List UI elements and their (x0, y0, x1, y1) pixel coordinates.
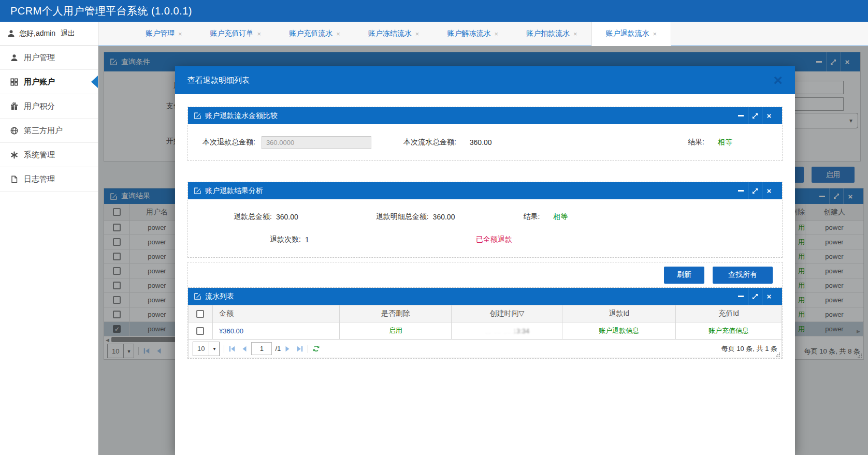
compare-panel-body: 本次退款总金额: 360.0000 本次流水总金额: 360.00 结果: 相等 (188, 124, 782, 160)
find-all-button[interactable]: 查找所有 (713, 267, 773, 284)
analysis-panel-header: 账户退款结果分析 × (188, 182, 782, 199)
tab-2[interactable]: 账户充值订单× (196, 22, 276, 46)
tab-close-icon[interactable]: × (178, 30, 182, 38)
minimize-icon[interactable] (734, 288, 748, 305)
modal-body: 账户退款流水金额比较 × 本次退款总金额: 360.0000 本次流水总金额: … (175, 94, 795, 359)
analysis-section: 账户退款结果分析 × 退款总金额: 360.00 退款明细总金额: 360.00… (187, 182, 783, 258)
sidebar-item-label: 系统管理 (24, 150, 55, 160)
tab-label: 账户充值流水 (289, 29, 332, 38)
compare-panel-title: 账户退款流水金额比较 (205, 111, 278, 121)
user-icon (9, 54, 19, 62)
user-row: 您好,admin 退出 (0, 22, 98, 46)
created-time-cell: 11-03 13:13:34 (452, 322, 562, 339)
resize-grip-icon[interactable] (775, 352, 780, 357)
compare-section: 账户退款流水金额比较 × 本次退款总金额: 360.0000 本次流水总金额: … (187, 107, 783, 161)
expand-icon[interactable] (748, 107, 762, 124)
modal-title: 查看退款明细列表 (187, 76, 250, 85)
minimize-icon[interactable] (734, 182, 748, 199)
tab-6[interactable]: 账户扣款流水× (512, 22, 591, 46)
tab-label: 账户退款流水 (606, 29, 649, 38)
refund-sum-label: 退款总金额: (234, 212, 272, 222)
tab-1[interactable]: 账户管理× (132, 22, 196, 46)
sidebar-item-4[interactable]: 第三方用户 (0, 119, 98, 143)
detail-sum-value: 360.00 (433, 213, 455, 221)
expand-icon[interactable] (748, 182, 762, 199)
flow-column-header-1: 金额 (213, 305, 340, 322)
tab-close-icon[interactable]: × (494, 30, 498, 38)
user-avatar-icon (7, 30, 15, 37)
sidebar-item-6[interactable]: 日志管理 (0, 167, 98, 192)
window-controls: × (734, 288, 776, 305)
asterisk-icon (9, 151, 19, 159)
expand-icon[interactable] (748, 288, 762, 305)
user-greeting: 您好,admin (19, 29, 55, 38)
header-checkbox-cell (189, 305, 213, 322)
sidebar-item-5[interactable]: 系统管理 (0, 143, 98, 167)
minimize-icon[interactable] (734, 107, 748, 124)
tab-close-icon[interactable]: × (653, 30, 657, 38)
first-page-icon[interactable] (228, 345, 236, 353)
refund-total-input[interactable]: 360.0000 (262, 136, 371, 149)
tab-label: 账户扣款流水 (526, 29, 570, 38)
refund-info-link[interactable]: 账户退款信息 (599, 326, 639, 335)
page-number-input[interactable] (251, 342, 272, 355)
modal-header: 查看退款明细列表 × (175, 66, 795, 94)
tab-close-icon[interactable]: × (573, 30, 577, 38)
tab-label: 账户管理 (146, 29, 175, 38)
flow-total-label: 本次流水总金额: (403, 138, 456, 147)
tab-label: 账户充值订单 (210, 29, 254, 38)
page-size-value: 10 (193, 345, 209, 353)
sidebar-item-3[interactable]: 用户积分 (0, 94, 98, 119)
flow-table: 金额是否删除创建时间▽退款Id充值Id ¥360.00 启用 11-03 13:… (188, 305, 782, 340)
tab-4[interactable]: 账户冻结流水× (354, 22, 433, 46)
page-size-select[interactable]: 10 ▾ (193, 342, 220, 356)
edit-icon (194, 187, 201, 194)
refresh-button[interactable]: 刷新 (664, 267, 704, 284)
panel-close-icon[interactable]: × (762, 182, 776, 199)
flow-total-value: 360.00 (470, 138, 492, 146)
tab-label: 账户解冻流水 (447, 29, 490, 38)
refund-sum-value: 360.00 (276, 213, 298, 221)
tab-7[interactable]: 账户退款流水× (591, 22, 672, 46)
flow-summary: 每页 10 条, 共 1 条 (721, 344, 777, 354)
grid-icon (9, 78, 19, 86)
sidebar-item-2[interactable]: 用户账户 (0, 70, 98, 94)
row-checkbox-cell (189, 322, 213, 339)
tab-3[interactable]: 账户充值流水× (275, 22, 354, 46)
close-icon[interactable]: × (773, 72, 783, 88)
tab-close-icon[interactable]: × (415, 30, 419, 38)
row-checkbox[interactable] (196, 327, 204, 335)
flow-column-header-2: 是否删除 (340, 305, 452, 322)
sidebar-item-label: 用户积分 (24, 101, 55, 111)
select-all-checkbox[interactable] (196, 310, 204, 318)
analysis-panel-title: 账户退款结果分析 (205, 186, 263, 196)
edit-icon (194, 293, 201, 300)
app-root: PCRM个人用户管理平台系统 (1.0.0.1) 您好,admin 退出 用户管… (0, 0, 868, 455)
full-refund-text: 已全额退款 (476, 235, 512, 244)
flow-section: 刷新 查找所有 流水列表 × 金额是否删除创建时间▽退款Id充值Id (187, 262, 783, 359)
tab-label: 账户冻结流水 (368, 29, 412, 38)
sidebar-item-label: 日志管理 (24, 174, 55, 184)
total-pages: /1 (275, 345, 281, 353)
panel-close-icon[interactable]: × (762, 288, 776, 305)
tab-close-icon[interactable]: × (336, 30, 340, 38)
logout-link[interactable]: 退出 (61, 29, 75, 38)
tab-close-icon[interactable]: × (257, 30, 262, 38)
refund-count-value: 1 (305, 236, 309, 244)
last-page-icon[interactable] (296, 345, 303, 353)
flow-column-header-3[interactable]: 创建时间▽ (452, 305, 562, 322)
prev-page-icon[interactable] (241, 345, 248, 353)
refresh-icon[interactable] (312, 345, 320, 353)
refund-detail-modal: 查看退款明细列表 × 账户退款流水金额比较 × 本次退款总金额: 360.000… (175, 66, 795, 455)
sidebar-item-label: 第三方用户 (24, 126, 63, 136)
sidebar-item-1[interactable]: 用户管理 (0, 46, 98, 70)
next-page-icon[interactable] (284, 345, 291, 353)
panel-close-icon[interactable]: × (762, 107, 776, 124)
flow-panel-title: 流水列表 (205, 292, 234, 301)
window-controls: × (734, 182, 776, 199)
status-cell: 启用 (340, 322, 452, 339)
compare-panel-header: 账户退款流水金额比较 × (188, 107, 782, 124)
flow-column-header-5: 充值Id (676, 305, 782, 322)
tab-5[interactable]: 账户解冻流水× (433, 22, 512, 46)
recharge-info-link[interactable]: 账户充值信息 (708, 326, 749, 335)
